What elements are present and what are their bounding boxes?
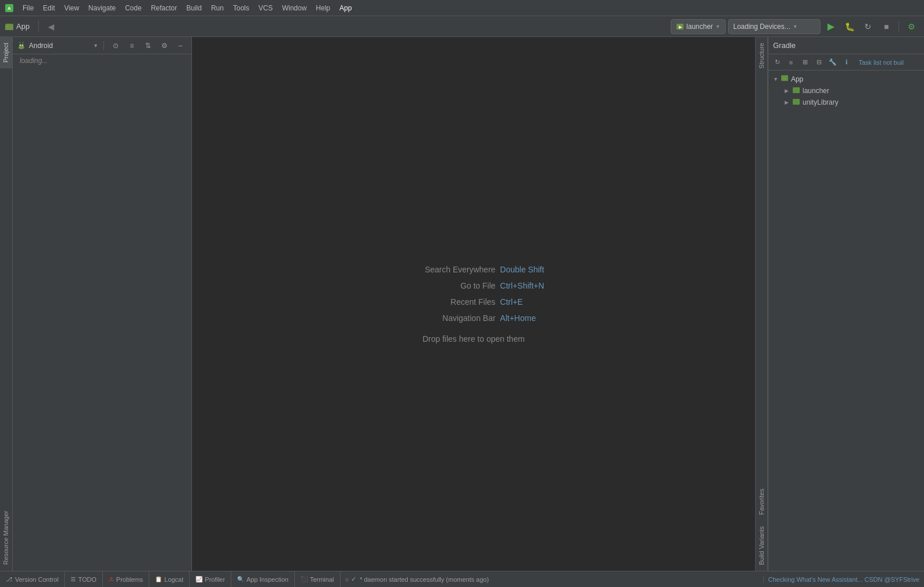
menu-view[interactable]: View (60, 2, 83, 14)
tab-logcat-label: Logcat (164, 576, 183, 583)
gradle-sync-btn[interactable]: ↻ (771, 56, 783, 69)
svg-rect-15 (793, 87, 800, 93)
app-title-label: App (16, 22, 29, 31)
gradle-child-chevron-1: ▶ (785, 88, 789, 94)
tab-version-control[interactable]: ⎇ Version Control (0, 571, 65, 587)
menu-tools[interactable]: Tools (229, 2, 253, 14)
hint-label-search: Search Everywhere (403, 265, 496, 274)
panel-filter-btn[interactable]: ≡ (125, 39, 138, 52)
gradle-tool-btn[interactable]: 🔧 (826, 56, 839, 69)
editor-area: Search Everywhere Double Shift Go to Fil… (192, 37, 755, 571)
menu-code[interactable]: Code (121, 2, 146, 14)
app-folder-icon (5, 22, 14, 31)
menu-file[interactable]: File (19, 2, 38, 14)
csdn-text: CSDN @SYFStrive (864, 576, 919, 583)
vtab-structure[interactable]: Structure (756, 37, 767, 75)
panel-settings-btn[interactable]: ⚙ (158, 39, 171, 52)
task-list-link[interactable]: Task list not buil (859, 59, 904, 66)
android-icon (17, 42, 25, 50)
tab-todo[interactable]: ☰ TODO (65, 571, 103, 587)
menu-edit[interactable]: Edit (39, 2, 59, 14)
menu-refactor[interactable]: Refactor (147, 2, 181, 14)
tab-inspection-label: App Inspection (246, 576, 289, 583)
vtab-resource-manager[interactable]: Resource Manager (0, 505, 12, 571)
menu-build[interactable]: Build (182, 2, 206, 14)
tab-todo-label: TODO (78, 576, 97, 583)
launcher-icon: ▶ (676, 23, 684, 31)
tab-problems[interactable]: ⚠ Problems (103, 571, 149, 587)
debug-button[interactable]: 🐛 (841, 19, 858, 35)
svg-line-12 (23, 42, 23, 43)
tab-inspection-icon: 🔍 (237, 576, 244, 582)
gradle-collapse-btn[interactable]: ⊟ (812, 56, 825, 69)
menu-window[interactable]: Window (278, 2, 311, 14)
gradle-title: Gradle (773, 41, 796, 50)
refresh-button[interactable]: ↻ (860, 19, 876, 35)
menu-bar: A File Edit View Navigate Code Refactor … (0, 0, 924, 16)
panel-sort-btn[interactable]: ⇅ (142, 39, 154, 52)
svg-rect-4 (6, 24, 9, 25)
hint-row-search: Search Everywhere Double Shift (403, 265, 544, 274)
svg-point-9 (20, 45, 21, 46)
gradle-info-btn[interactable]: ℹ (840, 56, 853, 69)
tab-logcat-icon: 📋 (155, 576, 162, 582)
panel-dropdown-chevron[interactable]: ▼ (93, 43, 98, 49)
menu-vcs[interactable]: VCS (254, 2, 277, 14)
gradle-leaf-icon-2 (792, 98, 800, 107)
back-button[interactable]: ◀ (43, 19, 59, 35)
tab-terminal[interactable]: ⬛ Terminal (295, 571, 341, 587)
menu-app[interactable]: App (335, 2, 356, 14)
gradle-child-chevron-2: ▶ (785, 99, 789, 105)
gradle-root-chevron: ▼ (773, 76, 778, 82)
tab-profiler-icon: 📈 (195, 576, 202, 582)
status-right[interactable]: Checking What's New Assistant... CSDN @S… (763, 576, 924, 583)
bottom-tabs: ⎇ Version Control ☰ TODO ⚠ Problems 📋 Lo… (0, 571, 341, 587)
gradle-root-app[interactable]: ▼ App (771, 73, 922, 85)
gradle-item-unitylibrary[interactable]: ▶ unityLibrary (771, 97, 922, 108)
hint-label-recent: Recent Files (403, 297, 496, 307)
panel-cog-btn[interactable]: ⊙ (109, 39, 122, 52)
vtab-build-variants[interactable]: Build Variants (756, 520, 767, 571)
tab-profiler[interactable]: 📈 Profiler (190, 571, 231, 587)
launcher-label: launcher (686, 23, 713, 31)
main-content: Project Resource Manager Android ▼ ⊙ ≡ ⇅… (0, 37, 924, 571)
svg-line-11 (20, 42, 20, 43)
run-button[interactable]: ▶ (823, 19, 839, 35)
svg-rect-16 (793, 99, 800, 105)
stop-button[interactable]: ■ (878, 19, 895, 35)
launcher-dropdown[interactable]: ▶ launcher ▼ (671, 19, 726, 34)
hint-shortcut-navbar: Alt+Home (500, 313, 536, 323)
gradle-expand-btn[interactable]: ⊞ (799, 56, 811, 69)
device-chevron: ▼ (793, 24, 798, 29)
vtab-project[interactable]: Project (0, 37, 12, 68)
gradle-item-label-launcher: launcher (803, 87, 829, 95)
device-label: Loading Devices... (733, 23, 790, 31)
hint-row-navbar: Navigation Bar Alt+Home (403, 313, 544, 323)
tab-problems-label: Problems (116, 576, 143, 583)
vtab-favorites[interactable]: Favorites (756, 483, 767, 520)
tab-terminal-label: Terminal (310, 576, 334, 583)
gradle-item-launcher[interactable]: ▶ launcher (771, 85, 922, 97)
loading-text: loading... (15, 54, 53, 67)
checking-text: Checking What's New Assistant... (768, 576, 863, 583)
toolbar-sep-2 (899, 21, 899, 32)
tab-logcat[interactable]: 📋 Logcat (149, 571, 190, 587)
status-spinner-icon: ○ (345, 576, 349, 583)
panel-minimize-btn[interactable]: – (174, 39, 187, 52)
hint-label-goto: Go to File (403, 281, 496, 290)
svg-rect-14 (782, 77, 787, 80)
gradle-filter-btn[interactable]: ≡ (785, 56, 797, 69)
project-panel: Android ▼ ⊙ ≡ ⇅ ⚙ – loading... (13, 37, 192, 571)
menu-run[interactable]: Run (207, 2, 228, 14)
device-dropdown[interactable]: Loading Devices... ▼ (728, 19, 820, 34)
gradle-panel: Gradle ↻ ≡ ⊞ ⊟ 🔧 ℹ Task list not buil ▼ (768, 37, 924, 571)
tab-app-inspection[interactable]: 🔍 App Inspection (231, 571, 295, 587)
svg-point-10 (22, 45, 23, 46)
hint-label-navbar: Navigation Bar (403, 313, 496, 323)
menu-help[interactable]: Help (312, 2, 334, 14)
settings-button[interactable]: ⚙ (903, 19, 919, 35)
toolbar: App ◀ ▶ launcher ▼ Loading Devices... ▼ … (0, 16, 924, 37)
app-icon: A (5, 3, 14, 13)
tab-problems-icon: ⚠ (109, 576, 114, 582)
menu-navigate[interactable]: Navigate (84, 2, 120, 14)
